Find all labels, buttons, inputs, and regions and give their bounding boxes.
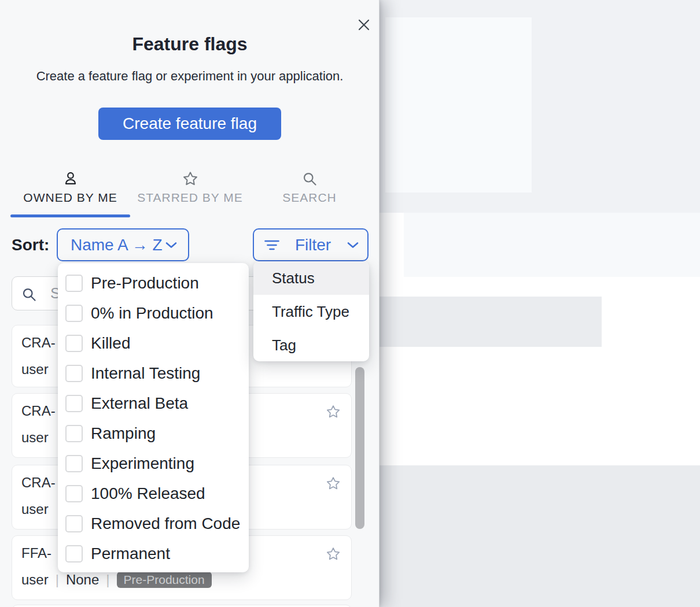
flag-card[interactable] [12, 605, 352, 607]
checkbox[interactable] [65, 425, 83, 442]
checkbox[interactable] [65, 305, 83, 322]
flag-name: CRA- [21, 335, 56, 351]
star-icon[interactable] [326, 476, 341, 491]
separator: | [106, 572, 109, 588]
menu-item-traffic-type[interactable]: Traffic Type [253, 295, 369, 328]
menu-item-ramping[interactable]: Ramping [58, 419, 249, 449]
menu-item-killed[interactable]: Killed [58, 328, 249, 358]
close-icon [357, 18, 371, 32]
chevron-down-icon [165, 241, 178, 249]
close-button[interactable] [354, 15, 374, 35]
sort-dropdown[interactable]: Name A → Z [57, 228, 189, 261]
flag-rollout: None [66, 572, 99, 588]
create-feature-flag-button[interactable]: Create feature flag [98, 108, 281, 140]
checkbox[interactable] [65, 275, 83, 292]
checkbox[interactable] [65, 545, 83, 562]
page-title: Feature flags [0, 34, 380, 55]
flag-name: FFA- [21, 545, 51, 561]
active-tab-underline [10, 214, 130, 217]
status-filter-menu: Pre-Production 0% in Production Killed I… [58, 263, 249, 572]
flag-traffic-type: user [21, 430, 49, 446]
screen: Feature flags Create a feature flag or e… [0, 0, 700, 607]
separator: | [56, 572, 59, 588]
checkbox[interactable] [65, 395, 83, 412]
filter-dropdown[interactable]: Filter [253, 228, 369, 261]
flag-traffic-type: user [21, 572, 49, 588]
checkbox[interactable] [65, 365, 83, 382]
sort-value: Name A → Z [71, 236, 163, 254]
star-icon[interactable] [326, 404, 341, 419]
checkbox[interactable] [65, 455, 83, 472]
filter-category-menu: Status Traffic Type Tag [253, 261, 369, 361]
status-badge: Pre-Production [117, 572, 212, 588]
filter-icon [264, 239, 279, 251]
person-icon [62, 170, 79, 187]
tab-owned-by-me[interactable]: OWNED BY ME [10, 170, 130, 216]
search-icon [21, 286, 37, 302]
star-icon[interactable] [326, 546, 341, 561]
menu-item-100-released[interactable]: 100% Released [58, 479, 249, 509]
checkbox[interactable] [65, 485, 83, 502]
background-page [380, 0, 700, 607]
menu-item-permanent[interactable]: Permanent [58, 539, 249, 569]
background-row-placeholder [404, 213, 700, 277]
background-footer-placeholder [380, 465, 700, 607]
tab-search[interactable]: SEARCH [263, 170, 356, 216]
tab-label: OWNED BY ME [23, 191, 117, 205]
menu-item-experimenting[interactable]: Experimenting [58, 449, 249, 479]
menu-item-removed-from-code[interactable]: Removed from Code [58, 509, 249, 539]
menu-item-pre-production[interactable]: Pre-Production [58, 268, 249, 298]
feature-flags-modal: Feature flags Create a feature flag or e… [0, 0, 380, 607]
filter-label: Filter [295, 236, 331, 254]
page-subtitle: Create a feature flag or experiment in y… [0, 69, 380, 84]
tab-label: STARRED BY ME [137, 191, 243, 205]
checkbox[interactable] [65, 335, 83, 352]
menu-item-external-beta[interactable]: External Beta [58, 388, 249, 419]
chevron-down-icon [347, 241, 359, 249]
menu-item-internal-testing[interactable]: Internal Testing [58, 358, 249, 388]
background-panel-placeholder [385, 17, 532, 193]
flag-traffic-type: user [21, 361, 49, 377]
star-icon [182, 170, 198, 187]
checkbox[interactable] [65, 515, 83, 532]
flag-name: CRA- [21, 403, 56, 419]
flag-traffic-type: user [21, 501, 49, 517]
search-icon [301, 170, 318, 187]
tab-starred-by-me[interactable]: STARRED BY ME [130, 170, 250, 216]
background-block-placeholder [380, 297, 602, 347]
sort-label: Sort: [12, 236, 49, 254]
flag-name: CRA- [21, 475, 56, 491]
menu-item-0-in-production[interactable]: 0% in Production [58, 298, 249, 328]
scrollbar-thumb[interactable] [355, 367, 364, 529]
menu-item-status[interactable]: Status [253, 261, 369, 295]
tab-label: SEARCH [282, 191, 337, 205]
menu-item-tag[interactable]: Tag [253, 328, 369, 361]
